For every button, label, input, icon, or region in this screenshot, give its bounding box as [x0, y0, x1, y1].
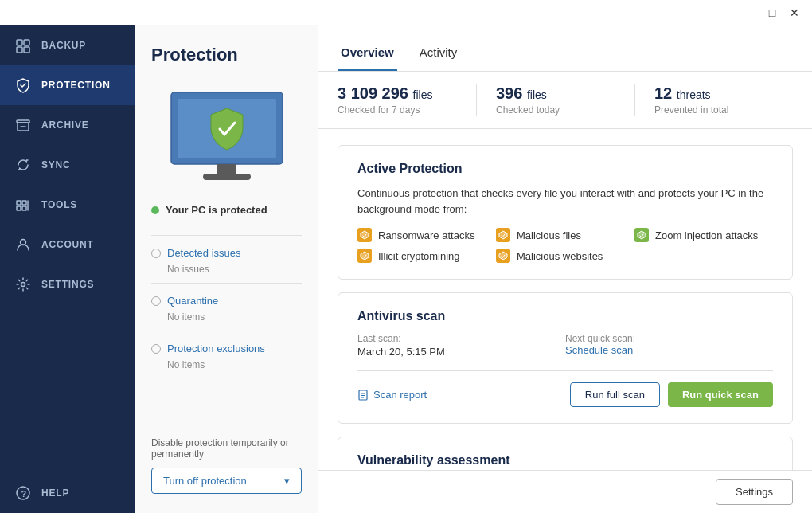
scan-report-icon — [357, 390, 369, 401]
next-scan-col: Next quick scan: Schedule scan — [565, 333, 773, 358]
stat-files-7days: 3 109 296 files Checked for 7 days — [338, 84, 476, 116]
sidebar-item-archive[interactable]: Archive — [0, 105, 135, 145]
run-quick-scan-button[interactable]: Run quick scan — [668, 382, 773, 407]
svg-rect-19 — [203, 174, 251, 180]
features-grid: Ransomware attacks Malicious files — [357, 228, 773, 263]
svg-rect-7 — [17, 201, 21, 205]
sidebar-item-backup[interactable]: Backup — [0, 25, 135, 65]
malicious-websites-icon — [496, 249, 510, 263]
quarantine-group: Quarantine No items — [151, 283, 302, 331]
antivirus-scan-card: Antivirus scan Last scan: March 20, 5:15… — [338, 292, 793, 424]
ransomware-label: Ransomware attacks — [378, 229, 474, 241]
scan-report-label: Scan report — [373, 389, 427, 401]
zoom-injection-label: Zoom injection attacks — [655, 229, 758, 241]
malicious-files-label: Malicious files — [517, 229, 581, 241]
detected-issues-item: Detected issues — [151, 244, 302, 262]
stat-number-0: 3 109 296 files — [338, 84, 457, 103]
sidebar-item-protection[interactable]: Protection — [0, 65, 135, 105]
feature-cryptomining: Illicit cryptomining — [357, 249, 496, 263]
scan-info: Last scan: March 20, 5:15 PM Next quick … — [357, 333, 773, 358]
run-full-scan-button[interactable]: Run full scan — [570, 382, 660, 407]
last-scan-label: Last scan: — [357, 333, 565, 344]
quarantine-circle — [151, 296, 161, 306]
account-icon — [14, 236, 32, 253]
feature-malicious-websites: Malicious websites — [496, 249, 634, 263]
app-body: Backup Protection — [0, 25, 812, 513]
scan-buttons: Run full scan Run quick scan — [570, 382, 773, 407]
stat-number-2: 12 threats — [654, 84, 774, 103]
vulnerability-assessment-title: Vulnerability assessment — [357, 453, 773, 468]
maximize-button[interactable]: □ — [761, 2, 783, 24]
content-panel: Protection — [135, 25, 318, 513]
malicious-files-icon — [496, 228, 510, 242]
sidebar-label-tools: Tools — [41, 199, 77, 210]
antivirus-scan-title: Antivirus scan — [357, 309, 773, 323]
svg-rect-8 — [22, 201, 26, 205]
svg-rect-10 — [22, 206, 26, 210]
sidebar-label-help: Help — [41, 488, 69, 499]
detected-issues-sub: No issues — [151, 264, 302, 275]
app-window: — □ ✕ Backup — [0, 0, 812, 513]
bottom-bar: Settings — [318, 470, 812, 513]
minimize-button[interactable]: — — [739, 2, 761, 24]
active-protection-card: Active Protection Continuous protection … — [338, 145, 793, 280]
svg-text:?: ? — [21, 489, 27, 499]
sync-icon — [14, 156, 32, 174]
sidebar-item-settings[interactable]: Settings — [0, 264, 135, 304]
monitor-svg — [163, 84, 291, 188]
turn-off-button[interactable]: Turn off protection ▾ — [151, 468, 302, 494]
svg-rect-2 — [17, 47, 22, 53]
sidebar-item-help[interactable]: ? Help — [0, 473, 135, 513]
svg-rect-3 — [24, 47, 29, 53]
detected-issues-circle — [151, 249, 161, 258]
cryptomining-label: Illicit cryptomining — [378, 250, 460, 262]
protection-exclusions-group: Protection exclusions No items — [151, 331, 302, 378]
stat-label-1: Checked today — [496, 104, 615, 116]
chevron-down-icon: ▾ — [284, 475, 290, 487]
vulnerability-assessment-card: Vulnerability assessment Last scan: Marc… — [338, 437, 793, 470]
stats-bar: 3 109 296 files Checked for 7 days 396 f… — [318, 72, 812, 129]
tab-activity[interactable]: Activity — [416, 45, 461, 71]
protection-exclusions-circle — [151, 344, 161, 354]
settings-button[interactable]: Settings — [716, 479, 793, 505]
cards-area: Active Protection Continuous protection … — [318, 129, 812, 470]
svg-rect-9 — [17, 206, 21, 210]
turn-off-label: Turn off protection — [163, 475, 247, 487]
svg-point-13 — [21, 283, 25, 287]
svg-rect-0 — [17, 40, 22, 45]
protected-status: Your PC is protected — [151, 204, 302, 216]
disable-section: Disable protection temporarily or perman… — [151, 425, 302, 494]
detected-issues-link[interactable]: Detected issues — [167, 247, 241, 259]
malicious-websites-label: Malicious websites — [517, 250, 603, 262]
sidebar-label-backup: Backup — [41, 40, 86, 51]
zoom-injection-icon — [634, 228, 649, 242]
stat-files-today: 396 files Checked today — [476, 84, 634, 116]
sidebar-links: Detected issues No issues Quarantine No … — [151, 235, 302, 378]
monitor-graphic — [151, 84, 302, 188]
scan-actions: Scan report Run full scan Run quick scan — [357, 370, 773, 407]
stat-label-0: Checked for 7 days — [338, 104, 457, 116]
ransomware-icon — [357, 228, 372, 242]
disable-text: Disable protection temporarily or perman… — [151, 437, 302, 460]
sidebar-label-settings: Settings — [41, 279, 94, 290]
quarantine-link[interactable]: Quarantine — [167, 295, 218, 307]
cryptomining-icon — [357, 249, 372, 263]
protection-exclusions-link[interactable]: Protection exclusions — [167, 343, 265, 354]
archive-icon — [14, 116, 32, 134]
sidebar-label-account: Account — [41, 239, 94, 250]
sidebar-item-tools[interactable]: Tools — [0, 185, 135, 225]
scan-report-link[interactable]: Scan report — [357, 389, 427, 401]
tab-overview[interactable]: Overview — [338, 45, 397, 71]
close-button[interactable]: ✕ — [783, 2, 806, 24]
sidebar-bottom: ? Help — [0, 473, 135, 513]
last-scan-col: Last scan: March 20, 5:15 PM — [357, 333, 565, 358]
sidebar-item-account[interactable]: Account — [0, 225, 135, 264]
sidebar-label-sync: Sync — [41, 159, 71, 170]
schedule-scan-link[interactable]: Schedule scan — [565, 344, 773, 356]
status-dot — [151, 206, 159, 214]
stat-label-2: Prevented in total — [654, 104, 774, 116]
sidebar-item-sync[interactable]: Sync — [0, 145, 135, 185]
backup-icon — [14, 37, 32, 54]
settings-icon — [14, 276, 32, 293]
sidebar: Backup Protection — [0, 25, 135, 513]
